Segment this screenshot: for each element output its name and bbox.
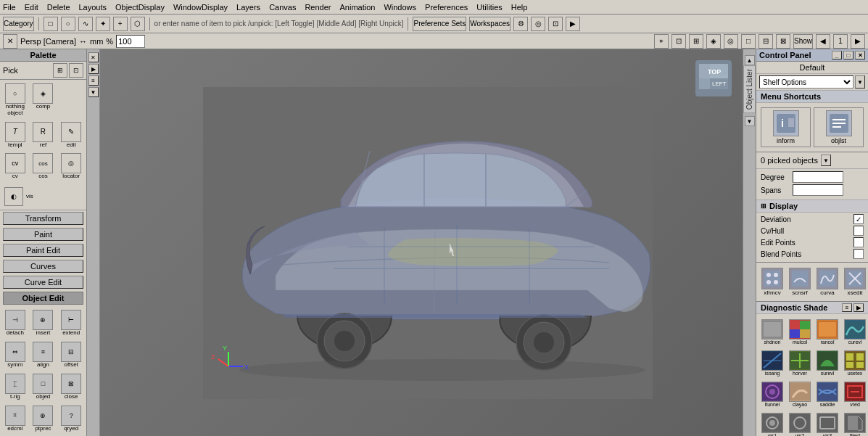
viewport-icon2[interactable]: ⊡ [671,34,686,49]
diag-clayao[interactable]: clayao [787,379,813,409]
palette-item-cos[interactable]: cos cos [30,151,57,182]
diag-vred[interactable]: vred [842,379,868,409]
picked-arrow[interactable]: ▼ [821,155,831,166]
pick-mode-star[interactable]: ✦ [96,17,110,31]
diag-filest[interactable]: filest [842,411,868,436]
section-paint[interactable]: Paint [3,228,83,241]
lister-up[interactable]: ▲ [745,55,755,65]
menu-canvas[interactable]: Canvas [269,3,296,12]
deviation-checkbox[interactable] [853,214,864,224]
shelf-icon-curva[interactable]: curva [814,266,840,298]
viewport-close[interactable]: ✕ [3,34,17,49]
diag-horver[interactable]: horver [787,348,813,378]
palette-item-symm[interactable]: ⇔ symm [1,340,29,371]
viewport-icon6[interactable]: □ [741,34,756,49]
canvas-ctrl-list[interactable]: ≡ [88,75,99,86]
toolbar-icon4[interactable]: ▶ [566,17,580,31]
pick-mode-plus[interactable]: + [113,17,128,31]
menu-edit[interactable]: Edit [25,3,38,12]
menu-help[interactable]: Help [511,3,528,12]
degree-input[interactable] [793,171,843,183]
palette-item-t-rig[interactable]: ⌶ t-rig [1,371,29,403]
toolbar-icon3[interactable]: ⊡ [548,17,563,31]
palette-item-detach[interactable]: ⊣ detach [1,308,29,339]
diag-surevl[interactable]: surevl [814,348,840,378]
viewport-num3[interactable]: ▶ [851,34,865,49]
menu-animation[interactable]: Animation [340,3,376,12]
palette-item-nothing-object[interactable]: ○ nothing object [1,81,29,119]
pick-mode-hex[interactable]: ⬡ [131,17,145,31]
menu-windowdisplay[interactable]: WindowDisplay [173,3,228,12]
viewport-icon5[interactable]: ◎ [724,34,738,49]
panel-minimize[interactable]: _ [832,51,842,59]
diag-usetex[interactable]: usetex [842,348,868,378]
workspaces-btn[interactable]: Workspaces [469,17,511,31]
palette-item-qryed[interactable]: ? qryed [57,403,85,435]
edit-points-checkbox[interactable] [853,237,864,247]
zoom-input[interactable] [116,35,145,48]
palette-item-objed[interactable]: □ objed [30,371,57,403]
display-header[interactable]: ⊞ Display [756,200,868,213]
palette-item-extend[interactable]: ⊢ extend [57,308,85,339]
palette-pick-icon2[interactable]: ⊡ [69,63,83,78]
palette-item-templ[interactable]: T templ [1,120,29,151]
shelf-arrow-btn[interactable]: ▼ [855,75,865,89]
palette-item-vis[interactable]: ◐ vis [3,185,83,208]
diag-vis1[interactable]: vis1 [759,411,785,436]
menu-shortcuts-header[interactable]: Menu Shortcuts [756,91,868,103]
menu-delete[interactable]: Delete [47,3,70,12]
palette-item-offset[interactable]: ⊟ offset [57,340,85,371]
toolbar-icon2[interactable]: ◎ [531,17,545,31]
blend-points-checkbox[interactable] [853,249,864,259]
diag-expand-btn[interactable]: ▶ [853,303,864,312]
diag-isoang[interactable]: isoang [759,348,785,378]
shelf-icon-xfrmcv[interactable]: xfrmcv [759,266,785,298]
section-curve-edit[interactable]: Curve Edit [3,276,83,289]
palette-item-align[interactable]: ≡ align [30,340,57,371]
palette-pick-icon1[interactable]: ⊞ [53,63,67,78]
palette-item-insert[interactable]: ⊕ insert [30,308,57,339]
lister-down[interactable]: ▼ [745,116,755,126]
viewport-icon1[interactable]: ⌖ [654,34,669,49]
palette-item-edcml[interactable]: ⌗ edcml [1,403,29,435]
viewport-num2[interactable]: 1 [833,34,848,49]
menu-objectdisplay[interactable]: ObjectDisplay [115,3,165,12]
viewport-icon8[interactable]: ⊠ [776,34,790,49]
shelf-icon-scnsrf[interactable]: scnsrf [787,266,813,298]
toolbar-icon1[interactable]: ⚙ [513,17,528,31]
shortcut-inform[interactable]: i inform [761,107,811,147]
canvas-ctrl-down[interactable]: ▼ [88,87,99,97]
diag-list-btn[interactable]: ≡ [842,303,852,312]
viewport-icon4[interactable]: ◈ [706,34,721,49]
section-curves[interactable]: Curves [3,260,83,273]
diag-vis3[interactable]: vis3 [814,411,840,436]
diag-curevl[interactable]: curevl [842,317,868,347]
palette-item-cv[interactable]: cv cv [1,151,29,182]
object-lister-label[interactable]: Object Lister [743,65,756,113]
diag-ltunnel[interactable]: ltunnel [759,379,785,409]
menu-windows[interactable]: Windows [384,3,416,12]
pick-mode-box[interactable]: □ [44,17,58,31]
diag-mulcol[interactable]: mulcol [787,317,813,347]
viewport-icon3[interactable]: ⊞ [689,34,703,49]
palette-item-edit[interactable]: ✎ edit [57,120,85,151]
shelf-icon-xsedit[interactable]: xsedit [842,266,868,298]
diagnostic-shade-header[interactable]: Diagnostic Shade ≡ ▶ [756,302,868,314]
viewport-icon7[interactable]: ⊟ [759,34,773,49]
menu-utilities[interactable]: Utilities [476,3,502,12]
viewport-num1[interactable]: ◀ [816,34,830,49]
category-dropdown[interactable]: Category [3,17,34,31]
menu-preferences[interactable]: Preferences [425,3,468,12]
palette-item-locator[interactable]: ◎ locator [57,151,85,182]
diag-shdnon[interactable]: shdnon [759,317,785,347]
pick-mode-circle[interactable]: ○ [61,17,75,31]
spans-input[interactable] [793,184,843,196]
palette-item-close[interactable]: ⊠ close [57,371,85,403]
palette-item-ptprec[interactable]: ⊕ ptprec [30,403,57,435]
panel-maximize[interactable]: □ [843,51,853,59]
menu-layouts[interactable]: Layouts [79,3,107,12]
cv-hull-checkbox[interactable] [853,226,864,236]
pref-sets-btn[interactable]: Preference Sets [413,17,466,31]
panel-close[interactable]: ✕ [855,51,865,59]
section-object-edit-header[interactable]: Object Edit [3,292,83,305]
